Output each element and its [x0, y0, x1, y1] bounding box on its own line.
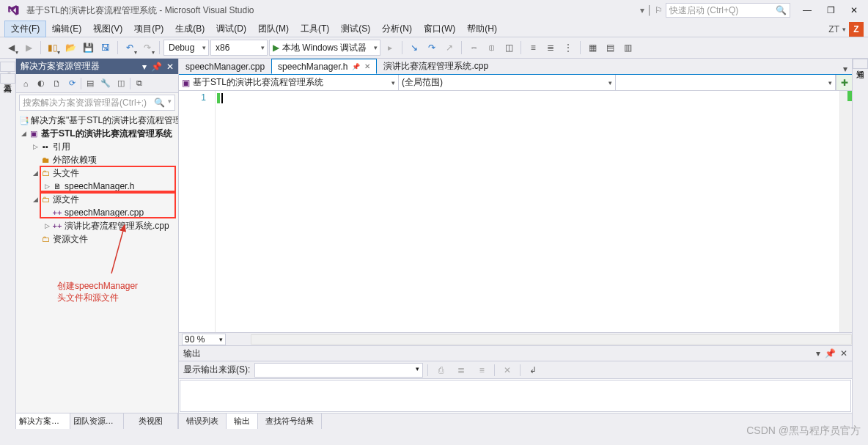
- header-file-node[interactable]: ▷🗎speechManager.h: [16, 180, 178, 193]
- step-over-icon[interactable]: ↷: [424, 40, 440, 56]
- showall-icon[interactable]: ▤: [84, 77, 97, 90]
- btab-output[interactable]: 输出: [227, 413, 258, 429]
- vertical-scrollbar[interactable]: [839, 91, 852, 332]
- resources-folder[interactable]: 🗀资源文件: [16, 232, 178, 246]
- tb-h[interactable]: ▤: [602, 40, 618, 56]
- close-panel-icon[interactable]: ✕: [166, 62, 174, 72]
- quick-launch-input[interactable]: 快速启动 (Ctrl+Q) 🔍: [666, 3, 790, 18]
- menu-help[interactable]: 帮助(H): [461, 21, 503, 37]
- more-icon[interactable]: ⧉: [133, 77, 146, 90]
- maximize-button[interactable]: ❐: [821, 5, 840, 15]
- extdeps-node[interactable]: 🖿外部依赖项: [16, 153, 178, 166]
- menu-test[interactable]: 测试(S): [335, 21, 376, 37]
- nav-scope-member[interactable]: [616, 75, 836, 90]
- tb-i[interactable]: ▥: [619, 40, 636, 56]
- step-out-icon[interactable]: ↗: [441, 40, 457, 56]
- vtab-toolbox[interactable]: 工具箱: [0, 73, 15, 84]
- menu-edit[interactable]: 编辑(E): [46, 21, 87, 37]
- etab-class[interactable]: 类视图: [124, 413, 178, 429]
- pin-icon[interactable]: 📌: [825, 348, 836, 358]
- collapse-icon[interactable]: ◐: [34, 77, 48, 90]
- sources-folder[interactable]: ◢🗀源文件: [16, 193, 178, 206]
- out-btn-2[interactable]: ≣: [453, 362, 469, 378]
- out-btn-3[interactable]: ≡: [474, 362, 490, 378]
- code-editor[interactable]: 1: [179, 91, 852, 332]
- notification-icons[interactable]: ▾ │ ⚐: [640, 5, 663, 15]
- platform-combo[interactable]: x86: [210, 40, 268, 56]
- redo-button[interactable]: ↷: [139, 40, 155, 56]
- code-content[interactable]: [216, 91, 839, 332]
- menu-analyze[interactable]: 分析(N): [376, 21, 418, 37]
- doc-tab-1[interactable]: speechManager.h📌✕: [271, 59, 377, 74]
- tb-a[interactable]: ⎓: [466, 40, 482, 56]
- output-source-combo[interactable]: [254, 363, 423, 378]
- preview-icon[interactable]: ◫: [114, 77, 128, 90]
- tabs-overflow-icon[interactable]: ▾: [839, 64, 852, 74]
- user-badge[interactable]: Z: [849, 22, 864, 37]
- close-panel-icon[interactable]: ✕: [840, 348, 847, 358]
- nav-fwd-button[interactable]: ▶: [21, 40, 37, 56]
- minimize-button[interactable]: —: [798, 5, 817, 15]
- menu-tools[interactable]: 工具(T): [295, 21, 335, 37]
- properties-icon[interactable]: 🔧: [99, 77, 112, 90]
- tb-b[interactable]: ⎅: [483, 40, 499, 56]
- doc-tab-2[interactable]: 演讲比赛流程管理系统.cpp: [377, 59, 495, 74]
- out-clear-icon[interactable]: ✕: [499, 362, 515, 378]
- nav-scope-global[interactable]: (全局范围): [399, 75, 616, 90]
- tb-e[interactable]: ≣: [542, 40, 559, 56]
- explorer-search[interactable]: 搜索解决方案资源管理器(Ctrl+;) 🔍▾: [19, 95, 175, 111]
- horizontal-scrollbar[interactable]: [251, 334, 852, 345]
- tb-d[interactable]: ≡: [525, 40, 541, 56]
- tb-c[interactable]: ◫: [501, 40, 517, 56]
- tb-misc1[interactable]: ▸: [382, 40, 398, 56]
- headers-folder[interactable]: ◢🗀头文件: [16, 166, 178, 180]
- new-project-button[interactable]: ▮▯: [45, 40, 61, 56]
- menu-view[interactable]: 视图(V): [87, 21, 128, 37]
- step-into-icon[interactable]: ↘: [406, 40, 422, 56]
- save-all-button[interactable]: 🖫: [98, 40, 114, 56]
- start-debug-button[interactable]: ▶ 本地 Windows 调试器: [269, 40, 380, 56]
- add-item-button[interactable]: ✚: [836, 75, 852, 90]
- menu-build[interactable]: 生成(B): [169, 21, 210, 37]
- dropdown-icon[interactable]: ▾: [142, 62, 147, 72]
- references-node[interactable]: ▷▪▪引用: [16, 140, 178, 153]
- config-combo[interactable]: Debug: [163, 40, 209, 56]
- open-file-button[interactable]: 📂: [62, 40, 78, 56]
- source-file-1[interactable]: ++speechManager.cpp: [16, 206, 178, 219]
- pin-icon[interactable]: 📌: [151, 62, 162, 72]
- project-node[interactable]: ◢▣基于STL的演讲比赛流程管理系统: [16, 127, 178, 140]
- out-wrap-icon[interactable]: ↲: [525, 362, 541, 378]
- undo-button[interactable]: ↶: [122, 40, 138, 56]
- dropdown-icon[interactable]: ▾: [816, 348, 820, 358]
- doc-tab-0[interactable]: speechManager.cpp: [179, 59, 271, 74]
- menu-window[interactable]: 窗口(W): [418, 21, 461, 37]
- sync-icon[interactable]: ⟳: [65, 77, 78, 90]
- tb-f[interactable]: ⋮: [560, 40, 576, 56]
- save-button[interactable]: 💾: [80, 40, 96, 56]
- nav-scope-project[interactable]: ▣基于STL的演讲比赛流程管理系统: [179, 75, 399, 90]
- menu-file[interactable]: 文件(F): [4, 21, 46, 37]
- refresh-icon[interactable]: 🗋: [50, 77, 63, 90]
- nav-back-button[interactable]: ◀: [3, 40, 19, 56]
- out-btn-1[interactable]: ⎙: [433, 362, 449, 378]
- btab-errors[interactable]: 错误列表: [179, 413, 227, 429]
- solution-node[interactable]: 📑解决方案"基于STL的演讲比赛流程管理系统": [16, 114, 178, 127]
- menu-project[interactable]: 项目(P): [128, 21, 169, 37]
- close-button[interactable]: ✕: [845, 5, 864, 15]
- pin-icon[interactable]: 📌: [352, 63, 360, 70]
- expander-icon[interactable]: ◢: [19, 130, 28, 137]
- tb-g[interactable]: ▦: [584, 40, 600, 56]
- vtab-notifications[interactable]: 通知: [853, 59, 868, 69]
- etab-team[interactable]: 团队资源管理器: [70, 413, 125, 429]
- menu-team[interactable]: 团队(M): [252, 21, 295, 37]
- menu-debug[interactable]: 调试(D): [210, 21, 252, 37]
- close-tab-icon[interactable]: ✕: [364, 62, 370, 70]
- home-icon[interactable]: ⌂: [19, 77, 32, 90]
- btab-findsymbol[interactable]: 查找符号结果: [258, 413, 322, 429]
- zoom-combo[interactable]: 90 %▾: [182, 334, 226, 345]
- user-initials[interactable]: ZT: [825, 24, 842, 34]
- vtab-server-explorer[interactable]: 服务器资源管理器: [0, 62, 15, 72]
- source-file-2[interactable]: ▷++演讲比赛流程管理系统.cpp: [16, 219, 178, 232]
- etab-solution[interactable]: 解决方案资源管...: [16, 413, 70, 429]
- output-body[interactable]: [180, 380, 851, 412]
